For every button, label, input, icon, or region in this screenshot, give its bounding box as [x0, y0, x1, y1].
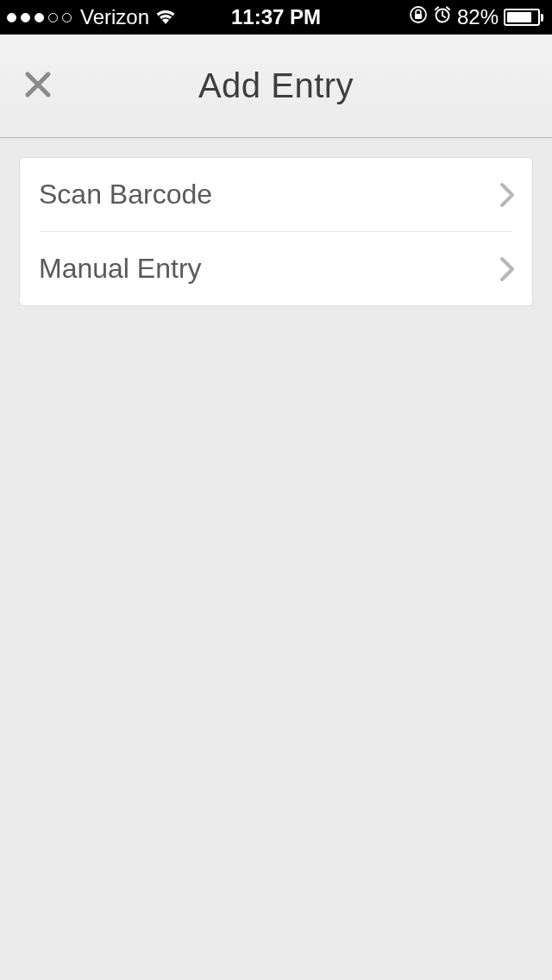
status-left: Verizon: [7, 5, 177, 29]
option-manual-entry[interactable]: Manual Entry: [20, 232, 532, 305]
option-scan-barcode[interactable]: Scan Barcode: [20, 158, 532, 231]
alarm-icon: [433, 5, 452, 29]
status-time: 11:37 PM: [231, 5, 321, 29]
wifi-icon: [154, 9, 177, 26]
svg-line-5: [436, 8, 438, 10]
carrier-label: Verizon: [80, 5, 149, 29]
nav-bar: Add Entry: [0, 35, 552, 138]
chevron-right-icon: [499, 182, 515, 208]
svg-rect-1: [415, 14, 422, 19]
battery-percentage: 82%: [457, 5, 499, 29]
battery-icon: [504, 9, 543, 26]
option-label: Scan Barcode: [39, 179, 212, 210]
svg-line-4: [442, 16, 445, 17]
signal-strength-icon: [7, 13, 72, 22]
options-card: Scan Barcode Manual Entry: [19, 157, 533, 306]
status-right: 82%: [409, 5, 543, 29]
close-icon: [22, 69, 53, 100]
svg-line-6: [447, 8, 449, 10]
page-title: Add Entry: [0, 66, 552, 105]
orientation-lock-icon: [409, 5, 428, 29]
close-button[interactable]: [22, 69, 53, 104]
chevron-right-icon: [499, 256, 515, 282]
content-area: Scan Barcode Manual Entry: [0, 138, 552, 325]
status-bar: Verizon 11:37 PM: [0, 0, 552, 35]
option-label: Manual Entry: [39, 253, 202, 285]
